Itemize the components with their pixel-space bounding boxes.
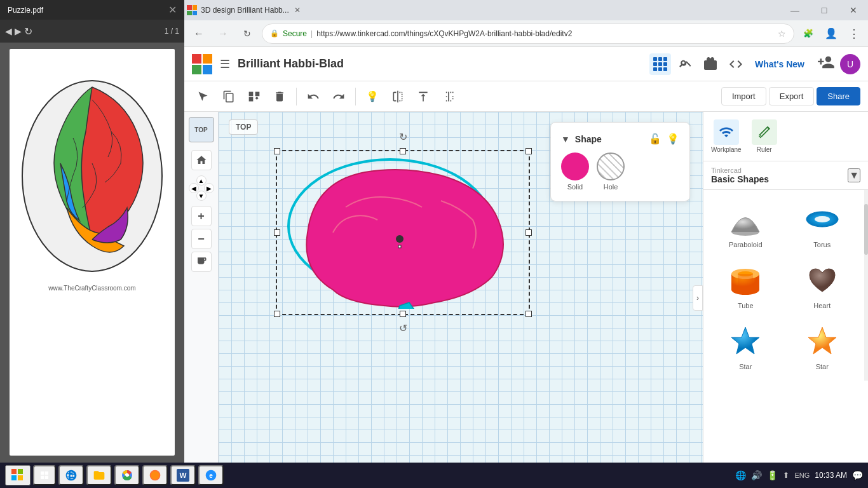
home-view-btn[interactable] (191, 150, 212, 170)
perspective-btn[interactable] (191, 252, 212, 272)
refresh-btn[interactable]: ↻ (238, 24, 257, 43)
edge-taskbar-btn[interactable] (58, 465, 84, 485)
ruler-item[interactable]: Ruler (752, 119, 777, 153)
close-btn[interactable]: ✕ (839, 0, 868, 20)
mirror-btn[interactable] (437, 85, 460, 108)
handle-bl[interactable] (274, 311, 280, 317)
solid-circle[interactable] (561, 152, 589, 180)
notification-icon[interactable]: ⬆ (783, 471, 789, 480)
handle-tm[interactable] (400, 148, 406, 154)
back-btn[interactable]: ← (189, 24, 208, 43)
handle-tr[interactable] (526, 148, 532, 154)
solid-option[interactable]: Solid (561, 152, 589, 191)
handle-bm[interactable] (400, 311, 406, 317)
scrollbar[interactable] (864, 190, 868, 381)
select-tool-btn[interactable] (192, 85, 215, 108)
address-separator: | (311, 29, 313, 38)
shape-item-star-blue[interactable]: Star (709, 317, 783, 376)
workplane-item[interactable]: Workplane (711, 119, 742, 153)
redo-btn[interactable] (327, 85, 350, 108)
chrome-menu-btn[interactable]: ⋮ (845, 25, 863, 43)
orbit-right-btn[interactable]: ▶ (204, 183, 214, 193)
undo-btn[interactable] (302, 85, 325, 108)
menu-btn[interactable]: ☰ (220, 57, 230, 71)
shape-item-torus[interactable]: Torus (785, 195, 860, 254)
address-bar[interactable]: 🔒 Secure | https://www.tinkercad.com/thi… (262, 24, 794, 44)
bulb-btn[interactable]: 💡 (361, 85, 384, 107)
shape-bulb-btn[interactable]: 💡 (667, 133, 679, 145)
extensions-btn[interactable]: 🧩 (799, 25, 817, 43)
tab-inactive[interactable] (301, 1, 351, 19)
taskbar-right: 🌐 🔊 🔋 ⬆ ENG 10:33 AM 💬 (735, 470, 863, 480)
align-btn[interactable] (412, 85, 435, 108)
handle-ml[interactable] (274, 229, 280, 236)
rotate-bottom-handle[interactable]: ↺ (399, 322, 407, 334)
hole-circle[interactable] (597, 152, 625, 180)
add-person-btn[interactable] (817, 53, 835, 74)
group-btn[interactable] (243, 85, 266, 108)
minimize-btn[interactable]: — (780, 0, 810, 20)
chrome-taskbar-btn[interactable] (114, 465, 140, 485)
ie-taskbar-btn[interactable]: e (198, 465, 224, 485)
tinkercad-logo[interactable] (192, 54, 212, 74)
delete-btn[interactable] (268, 85, 291, 108)
bookmark-icon[interactable]: ☆ (778, 29, 786, 39)
shape-lock-btn[interactable]: 🔓 (649, 133, 661, 145)
word-taskbar-btn[interactable]: W (170, 465, 196, 485)
battery-icon[interactable]: 🔋 (767, 470, 778, 480)
orbit-control[interactable]: ▲ ▼ ◀ ▶ (189, 175, 214, 201)
grid-view-btn[interactable] (649, 53, 671, 75)
forward-btn[interactable]: → (214, 24, 233, 43)
shape-panel-collapse-btn[interactable]: ▼ (561, 134, 570, 144)
svg-rect-17 (11, 475, 17, 480)
reflect-btn[interactable] (386, 85, 409, 108)
zoom-in-btn[interactable]: + (191, 206, 212, 226)
pdf-close-icon[interactable]: ✕ (168, 4, 177, 16)
handle-mr[interactable] (526, 229, 532, 236)
rotate-top-handle[interactable]: ↻ (399, 131, 407, 143)
firefox-taskbar-btn[interactable] (142, 465, 168, 485)
svg-text:W: W (179, 471, 186, 479)
explorer-taskbar-btn[interactable] (86, 465, 112, 485)
volume-icon[interactable]: 🔊 (751, 470, 762, 480)
pdf-tab[interactable]: Puzzle.pdf ✕ (0, 0, 184, 20)
ime-icon[interactable]: ENG (794, 471, 810, 479)
expand-right-btn[interactable]: › (693, 285, 703, 311)
taskview-btn[interactable] (33, 465, 56, 485)
whats-new-btn[interactable]: What's New (750, 57, 810, 72)
network-icon[interactable]: 🌐 (735, 470, 746, 480)
zoom-out-btn[interactable]: − (191, 229, 212, 249)
gallery-btn[interactable] (699, 53, 722, 76)
pdf-forward-btn[interactable]: ▶ (15, 26, 22, 36)
brain-shape[interactable] (282, 156, 524, 309)
orbit-down-btn[interactable]: ▼ (196, 191, 207, 201)
share-btn[interactable]: Share (817, 87, 860, 105)
hole-option[interactable]: Hole (597, 152, 625, 191)
star-yellow-preview (803, 322, 841, 360)
account-circle-btn[interactable]: 👤 (822, 25, 840, 43)
user-avatar[interactable]: U (840, 54, 860, 74)
tools-btn[interactable] (674, 53, 696, 76)
handle-br[interactable] (526, 311, 532, 317)
handle-tl[interactable] (274, 148, 280, 154)
notification-center-btn[interactable]: 💬 (852, 470, 863, 480)
tab-close-btn[interactable]: ✕ (294, 6, 301, 15)
canvas-area[interactable]: TOP ↻ ↺ (219, 112, 703, 484)
import-btn[interactable]: Import (721, 87, 766, 105)
shape-item-tube[interactable]: Tube (709, 256, 783, 315)
scroll-thumb[interactable] (864, 204, 868, 255)
start-btn[interactable] (5, 465, 31, 485)
pdf-refresh-btn[interactable]: ↻ (24, 25, 32, 37)
copy-btn[interactable] (217, 85, 240, 108)
orbit-left-btn[interactable]: ◀ (189, 183, 199, 193)
shape-item-paraboloid[interactable]: Paraboloid (709, 195, 783, 254)
view-cube[interactable]: TOP (189, 117, 214, 142)
code-btn[interactable] (724, 53, 747, 76)
shape-item-heart[interactable]: Heart (785, 256, 860, 315)
export-btn[interactable]: Export (769, 87, 815, 105)
canvas-object-container[interactable]: ↻ ↺ (269, 144, 536, 322)
pdf-back-btn[interactable]: ◀ (5, 26, 12, 36)
shapes-dropdown-btn[interactable]: ▼ (848, 168, 860, 182)
maximize-btn[interactable]: □ (810, 0, 839, 20)
shape-item-star-yellow[interactable]: Star (785, 317, 860, 376)
